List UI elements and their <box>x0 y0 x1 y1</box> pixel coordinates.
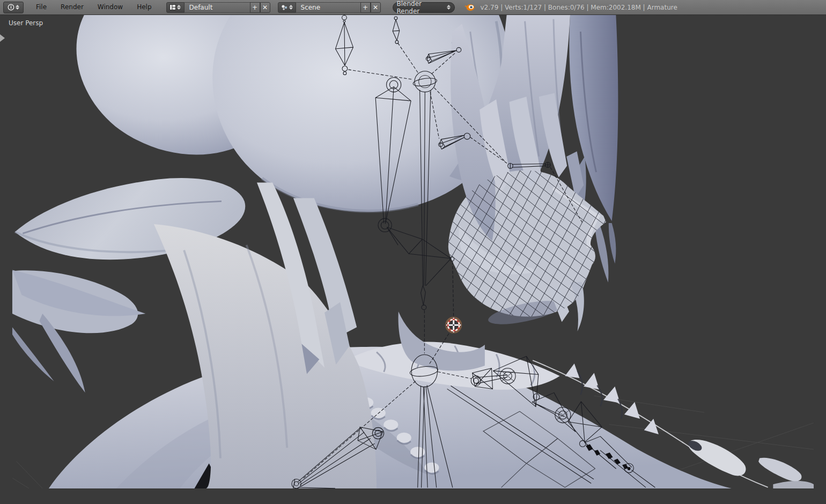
3d-cursor[interactable] <box>446 318 461 332</box>
info-editor-icon <box>8 4 14 11</box>
menu-bar: File Render Window Help <box>29 0 159 14</box>
stats-text: v2.79 | Verts:1/127 | Bones:0/76 | Mem:2… <box>481 4 677 11</box>
blender-logo <box>464 3 475 12</box>
scene-selector: Scene + ✕ <box>278 2 381 13</box>
menu-window[interactable]: Window <box>91 0 130 14</box>
delete-layout-button[interactable]: ✕ <box>260 2 270 13</box>
screen-layout-name-field[interactable]: Default <box>185 2 250 13</box>
layout-switch-arrows-icon <box>177 5 181 10</box>
3d-viewport[interactable]: User Persp <box>0 15 826 504</box>
scene-icon <box>281 4 288 11</box>
add-scene-button[interactable]: + <box>360 2 371 13</box>
menu-file[interactable]: File <box>29 0 54 14</box>
viewport-scene <box>0 15 826 504</box>
add-layout-button[interactable]: + <box>250 2 260 13</box>
scene-name-field[interactable]: Scene <box>296 2 360 13</box>
delete-scene-button[interactable]: ✕ <box>371 2 381 13</box>
blender-window: File Render Window Help Default + ✕ <box>0 0 826 504</box>
screen-layout-selector: Default + ✕ <box>166 2 270 13</box>
engine-dropdown-arrows-icon <box>447 5 451 10</box>
scene-browse-button[interactable] <box>278 2 296 13</box>
menu-render[interactable]: Render <box>54 0 91 14</box>
editor-type-button[interactable] <box>3 2 24 13</box>
render-engine-value: Blender Render <box>397 0 447 15</box>
screen-layout-browse-button[interactable] <box>166 2 185 13</box>
screen-layout-icon <box>169 4 176 10</box>
menu-help[interactable]: Help <box>130 0 158 14</box>
render-engine-dropdown[interactable]: Blender Render <box>393 2 455 13</box>
editor-switch-arrows-icon <box>16 5 19 10</box>
toolshelf-open-icon[interactable] <box>0 34 5 42</box>
scene-switch-arrows-icon <box>289 5 293 10</box>
info-header: File Render Window Help Default + ✕ <box>0 0 826 15</box>
